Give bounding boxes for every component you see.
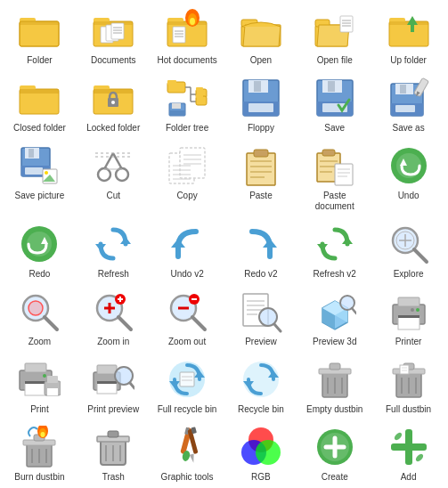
svg-line-132 xyxy=(118,317,131,329)
undo-v2-icon xyxy=(164,221,210,267)
icon-item-recycle-bin[interactable]: Recycle bin xyxy=(225,353,297,419)
icon-item-trash[interactable]: Trash xyxy=(77,420,150,486)
icon-item-folder[interactable]: Folder xyxy=(4,4,76,69)
icon-item-redo-v2[interactable]: Redo v2 xyxy=(225,217,297,283)
icon-item-printer[interactable]: Printer xyxy=(372,285,444,351)
save-as-label: Save as xyxy=(393,123,425,134)
print-label: Print xyxy=(30,404,49,415)
icon-item-refresh-v2[interactable]: Refresh v2 xyxy=(298,217,371,283)
icon-item-explore[interactable]: Explore xyxy=(372,217,444,283)
svg-line-129 xyxy=(45,317,57,329)
preview-label: Preview xyxy=(245,337,277,347)
svg-rect-101 xyxy=(250,166,272,167)
icon-item-folder-tree[interactable]: Folder tree xyxy=(151,71,224,137)
icon-item-save[interactable]: Save xyxy=(298,71,371,137)
svg-rect-197 xyxy=(400,365,409,374)
icon-item-zoom[interactable]: Zoom xyxy=(4,285,76,351)
icon-item-preview-3d[interactable]: Preview 3d xyxy=(298,285,371,351)
icon-item-save-picture[interactable]: Save picture xyxy=(4,139,76,216)
svg-rect-55 xyxy=(172,103,181,109)
icon-item-open[interactable]: Open xyxy=(225,4,297,69)
icon-item-print[interactable]: Print xyxy=(4,353,76,419)
paste-icon xyxy=(238,142,284,189)
icon-item-zoom-out[interactable]: Zoom out xyxy=(151,285,224,351)
svg-line-125 xyxy=(414,249,427,262)
icon-item-undo[interactable]: Undo xyxy=(372,139,444,216)
icon-item-up-folder[interactable]: Up folder xyxy=(372,4,444,69)
preview-icon xyxy=(238,289,284,335)
icon-item-floppy[interactable]: Floppy xyxy=(225,71,297,137)
full-dustbin-icon xyxy=(386,356,432,403)
icon-item-copy[interactable]: Copy xyxy=(151,139,224,216)
svg-rect-161 xyxy=(398,315,419,318)
icon-item-locked-folder[interactable]: Locked folder xyxy=(77,71,150,137)
graphic-tools-icon xyxy=(164,424,210,470)
redo-label: Redo xyxy=(29,269,50,280)
svg-rect-229 xyxy=(391,443,427,451)
svg-rect-78 xyxy=(25,167,43,175)
icon-item-open-file[interactable]: Open file xyxy=(298,4,371,69)
icon-item-burn-dustbin[interactable]: Burn dustbin xyxy=(4,420,76,486)
svg-line-85 xyxy=(113,153,122,169)
svg-line-139 xyxy=(192,317,205,329)
folder-tree-label: Folder tree xyxy=(166,123,208,134)
svg-rect-103 xyxy=(250,176,265,178)
icon-item-graphic-tools[interactable]: Graphic tools xyxy=(151,420,224,486)
refresh-v2-icon xyxy=(312,221,358,267)
svg-rect-166 xyxy=(25,381,46,384)
svg-marker-117 xyxy=(120,237,131,244)
icon-item-closed-folder[interactable]: Closed folder xyxy=(4,71,76,137)
folder-icon xyxy=(16,7,62,53)
hot-documents-icon xyxy=(164,7,210,53)
svg-marker-119 xyxy=(171,239,185,248)
svg-line-155 xyxy=(352,308,356,313)
icon-item-cut[interactable]: Cut xyxy=(77,139,150,216)
zoom-label: Zoom xyxy=(29,337,52,347)
locked-folder-label: Locked folder xyxy=(86,123,140,134)
icon-item-redo[interactable]: Redo xyxy=(4,217,76,283)
icon-item-add[interactable]: Add xyxy=(372,420,444,486)
up-folder-label: Up folder xyxy=(390,55,427,66)
empty-dustbin-label: Empty dustbin xyxy=(306,404,362,415)
full-dustbin-label: Full dustbin xyxy=(386,404,431,415)
svg-rect-163 xyxy=(25,363,46,372)
open-file-label: Open file xyxy=(317,55,353,66)
svg-rect-157 xyxy=(398,297,419,306)
icon-item-print-preview[interactable]: Print preview xyxy=(77,353,150,419)
rgb-label: RGB xyxy=(251,472,271,483)
icon-item-documents[interactable]: Documents xyxy=(77,4,150,69)
preview-3d-label: Preview 3d xyxy=(313,337,356,347)
icon-item-zoom-in[interactable]: Zoom in xyxy=(77,285,150,351)
icon-item-save-as[interactable]: Save as xyxy=(372,71,444,137)
svg-rect-69 xyxy=(400,85,406,94)
svg-rect-32 xyxy=(389,21,428,46)
zoom-out-label: Zoom out xyxy=(168,337,206,347)
icon-item-undo-v2[interactable]: Undo v2 xyxy=(151,217,224,283)
svg-point-80 xyxy=(45,171,48,175)
open-label: Open xyxy=(250,55,272,66)
copy-icon xyxy=(164,142,210,189)
paste-label: Paste xyxy=(249,191,273,201)
icon-item-full-recycle-bin[interactable]: Full recycle bin xyxy=(151,353,224,419)
save-label: Save xyxy=(324,123,345,134)
svg-rect-10 xyxy=(111,23,124,39)
icon-item-empty-dustbin[interactable]: Empty dustbin xyxy=(298,353,371,419)
icon-item-rgb[interactable]: RGB xyxy=(225,420,297,486)
icon-grid: Folder Documents xyxy=(0,0,448,488)
svg-rect-105 xyxy=(322,150,335,156)
svg-rect-106 xyxy=(320,160,338,162)
icon-item-hot-documents[interactable]: Hot documents xyxy=(151,4,224,69)
svg-rect-1 xyxy=(20,21,59,46)
paste-document-label: Paste document xyxy=(303,191,367,212)
zoom-out-icon xyxy=(164,289,210,335)
zoom-icon xyxy=(16,289,62,335)
svg-point-19 xyxy=(190,18,195,25)
icon-item-paste[interactable]: Paste xyxy=(225,139,297,216)
icon-item-preview[interactable]: Preview xyxy=(225,285,297,351)
svg-rect-38 xyxy=(20,89,59,94)
icon-item-create[interactable]: Create xyxy=(298,420,371,486)
icon-item-full-dustbin[interactable]: Full dustbin xyxy=(372,353,444,419)
icon-item-refresh[interactable]: Refresh xyxy=(77,217,150,283)
folder-label: Folder xyxy=(27,55,52,66)
icon-item-paste-document[interactable]: Paste document xyxy=(298,139,371,216)
